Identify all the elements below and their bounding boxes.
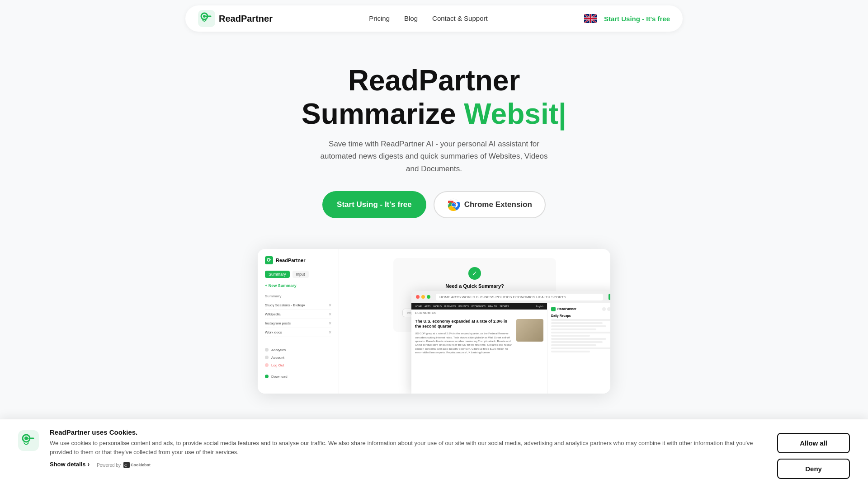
article-nav: HOME ARTS WORLD BUSINESS POLITICS ECONOM…	[415, 305, 509, 308]
article-snippet: US GDP grew at a rate of 2.8% in the sec…	[415, 332, 513, 354]
quick-summary-title: Need a Quick Summary?	[402, 283, 547, 289]
cookie-title: ReadPartner uses Cookies.	[50, 428, 766, 436]
svg-point-2	[203, 15, 206, 18]
sidebar-logout[interactable]: Log Out	[265, 361, 331, 369]
article-category: ECONOMICS	[411, 310, 547, 316]
cookie-actions: Allow all Deny	[777, 433, 850, 479]
svg-point-7	[452, 203, 455, 206]
start-using-button[interactable]: Start Using - It's free	[322, 191, 426, 218]
deny-button[interactable]: Deny	[777, 459, 850, 479]
article-headline: The U.S. economy expanded at a rate of 2…	[415, 319, 513, 329]
browser-content: HOME ARTS WORLD BUSINESS POLITICS ECONOM…	[411, 303, 610, 394]
sidebar-analytics[interactable]: Analytics	[265, 346, 331, 354]
navigation-wrapper: ReadPartner Pricing Blog Contact & Suppo…	[0, 0, 868, 37]
browser-overlay: HOME ARTS WORLD BUSINESS POLITICS ECONOM…	[411, 291, 610, 394]
article-body: The U.S. economy expanded at a rate of 2…	[411, 316, 547, 357]
rp-panel-controls	[602, 307, 610, 311]
browser-traffic-lights	[416, 295, 430, 299]
nav-links: Pricing Blog Contact & Support	[369, 14, 487, 23]
nav-cta-button[interactable]: Start Using - It's free	[604, 15, 670, 23]
hero-section: ReadPartner Summarize Websit| Save time …	[0, 37, 868, 249]
cookie-banner: ReadPartner uses Cookies. We use cookies…	[0, 419, 868, 488]
hero-buttons: Start Using - It's free Chrome Extension	[9, 191, 859, 218]
chrome-icon	[447, 198, 460, 211]
sidebar-account[interactable]: Account	[265, 354, 331, 361]
new-summary-button[interactable]: + New Summary	[265, 283, 331, 288]
summary-item-3[interactable]: Instagram posts ×	[265, 319, 331, 328]
article-lang: English	[536, 305, 543, 308]
nav-pricing[interactable]: Pricing	[369, 14, 390, 22]
navigation: ReadPartner Pricing Blog Contact & Suppo…	[185, 5, 683, 32]
hero-subtitle: Save time with ReadPartner AI - your per…	[316, 138, 552, 175]
article-text: The U.S. economy expanded at a rate of 2…	[415, 319, 513, 355]
show-details-arrow: ›	[87, 460, 90, 468]
close-dot	[416, 295, 420, 299]
rp-panel-header: ReadPartner	[551, 307, 610, 311]
product-screenshot: ReadPartner Summary Input + New Summary …	[0, 249, 868, 394]
minimize-dot	[421, 295, 425, 299]
article-content: HOME ARTS WORLD BUSINESS POLITICS ECONOM…	[411, 303, 547, 394]
language-flag[interactable]	[584, 14, 597, 23]
logo[interactable]: ReadPartner	[198, 10, 273, 27]
summary-item-4[interactable]: Work docs ×	[265, 328, 331, 337]
sidebar-logo-icon	[265, 256, 273, 264]
extension-icon	[609, 294, 610, 300]
logo-icon	[198, 10, 215, 27]
sidebar-download[interactable]: Download	[265, 373, 331, 380]
maximize-dot	[427, 295, 430, 299]
cookie-body: We use cookies to personalise content an…	[50, 439, 766, 456]
summary-item-1[interactable]: Study Sessions - Biology ×	[265, 301, 331, 310]
svg-text:C: C	[124, 464, 127, 468]
summary-item-2[interactable]: Wikipedia ×	[265, 310, 331, 319]
browser-topbar: HOME ARTS WORLD BUSINESS POLITICS ECONOM…	[411, 291, 610, 303]
chrome-extension-button[interactable]: Chrome Extension	[434, 191, 546, 218]
show-details-link[interactable]: Show details ›	[50, 460, 90, 468]
sidebar-logo: ReadPartner	[265, 256, 331, 264]
input-tab[interactable]: Input	[292, 271, 309, 278]
nav-contact[interactable]: Contact & Support	[432, 14, 488, 22]
daily-recap-lines	[551, 319, 610, 352]
app-sidebar: ReadPartner Summary Input + New Summary …	[258, 249, 339, 394]
hero-title: ReadPartner Summarize Websit|	[9, 64, 859, 131]
readpartner-cookie-logo	[18, 430, 39, 451]
svg-point-12	[24, 436, 28, 440]
summary-label: Summary	[265, 294, 331, 298]
nav-right: Start Using - It's free	[584, 14, 670, 23]
article-image	[516, 319, 543, 342]
cookiebot-branding: Powered by C Cookiebot	[97, 462, 151, 468]
allow-all-button[interactable]: Allow all	[777, 433, 850, 453]
quick-summary-icon: ✓	[468, 267, 481, 280]
nav-blog[interactable]: Blog	[404, 14, 418, 22]
cookie-text-area: ReadPartner uses Cookies. We use cookies…	[50, 428, 766, 468]
sidebar-bottom: Analytics Account Log Out Download	[265, 346, 331, 380]
cookiebot-logo: C Cookiebot	[123, 462, 151, 468]
daily-recap-title: Daily Recaps	[551, 314, 610, 317]
browser-address[interactable]: HOME ARTS WORLD BUSINESS POLITICS ECONOM…	[436, 294, 603, 300]
article-top-bar: HOME ARTS WORLD BUSINESS POLITICS ECONOM…	[411, 303, 547, 310]
app-window: ReadPartner Summary Input + New Summary …	[258, 249, 610, 394]
summary-tab[interactable]: Summary	[265, 271, 290, 278]
rp-panel-logo: ReadPartner	[551, 307, 576, 311]
app-tabs: Summary Input	[265, 271, 331, 278]
readpartner-panel: ReadPartner Daily Recaps	[547, 303, 610, 394]
logo-text: ReadPartner	[219, 14, 273, 24]
